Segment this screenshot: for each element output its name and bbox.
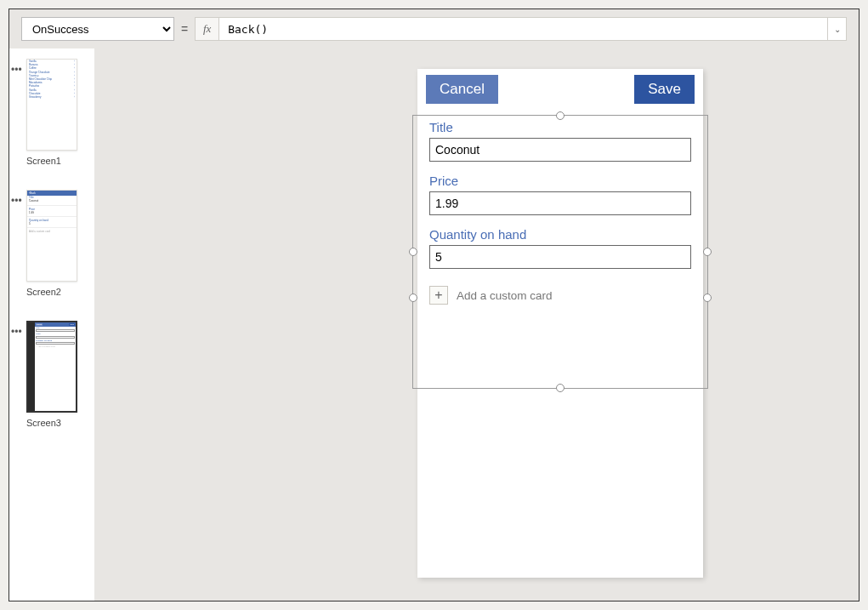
app-preview: Cancel Save Title Price Quantity on hand…	[417, 69, 703, 578]
thumbnail-preview-screen2[interactable]: ‹ Back Title Coconut Price 1.99 Quantity…	[26, 190, 77, 282]
form-header: Cancel Save	[417, 69, 703, 110]
more-icon[interactable]: •••	[11, 64, 22, 76]
quantity-input[interactable]	[429, 245, 691, 269]
resize-handle[interactable]	[703, 248, 712, 256]
field-label-price: Price	[429, 174, 691, 188]
more-icon[interactable]: •••	[11, 326, 22, 338]
resize-handle[interactable]	[703, 294, 712, 302]
thumbnail-label: Screen1	[26, 156, 94, 166]
plus-icon[interactable]: +	[429, 286, 448, 305]
resize-handle[interactable]	[409, 294, 417, 302]
save-button[interactable]: Save	[634, 75, 695, 104]
add-custom-card-label: Add a custom card	[457, 289, 553, 302]
screen-thumbnail[interactable]: ••• Vanilla› Banana› Coffee› Orange Choc…	[9, 59, 94, 166]
formula-input[interactable]	[218, 17, 828, 41]
fx-icon: fx	[195, 17, 218, 41]
screen-thumbnail[interactable]: ••• ‹ Back Title Coconut Price 1.99 Quan…	[9, 190, 94, 297]
field-label-title: Title	[429, 120, 691, 134]
edit-form[interactable]: Title Price Quantity on hand	[417, 110, 703, 281]
thumbnail-label: Screen2	[26, 287, 94, 297]
formula-bar: OnSuccess = fx ⌄	[21, 16, 847, 42]
screen-thumbnail[interactable]: ••• CancelSave Title Price Quantity on h…	[9, 321, 94, 428]
resize-handle[interactable]	[409, 248, 417, 256]
price-input[interactable]	[429, 191, 691, 215]
thumbnail-preview-screen3[interactable]: CancelSave Title Price Quantity on hand …	[26, 321, 77, 413]
equals-sign: =	[181, 22, 188, 36]
screens-panel: ••• Vanilla› Banana› Coffee› Orange Choc…	[9, 48, 94, 601]
canvas[interactable]: Cancel Save Title Price Quantity on hand…	[94, 48, 859, 601]
property-selector[interactable]: OnSuccess	[21, 17, 174, 41]
field-label-quantity: Quantity on hand	[429, 227, 691, 242]
thumbnail-label: Screen3	[26, 418, 94, 428]
add-custom-card[interactable]: + Add a custom card	[417, 281, 703, 310]
title-input[interactable]	[429, 138, 691, 162]
chevron-down-icon[interactable]: ⌄	[828, 17, 847, 41]
more-icon[interactable]: •••	[11, 195, 22, 207]
cancel-button[interactable]: Cancel	[426, 75, 498, 104]
thumbnail-preview-screen1[interactable]: Vanilla› Banana› Coffee› Orange Chocolat…	[26, 59, 77, 151]
